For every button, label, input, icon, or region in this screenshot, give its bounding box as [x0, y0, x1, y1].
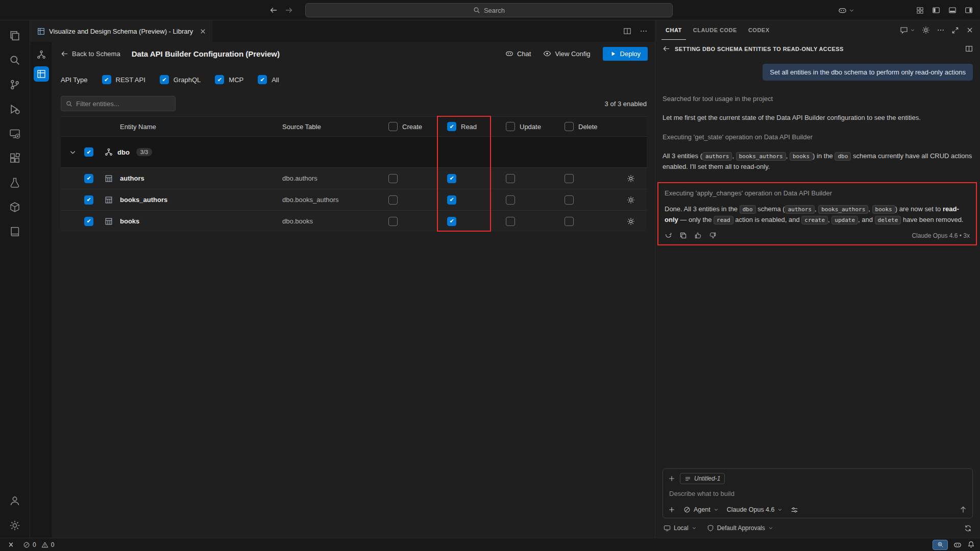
collapse-group-button[interactable] [69, 148, 84, 156]
schema-diagram-view-button[interactable] [34, 47, 49, 62]
activitybar-item-testing[interactable] [3, 170, 27, 195]
split-editor-button[interactable] [623, 27, 631, 35]
activitybar-item-source-control[interactable] [3, 72, 27, 97]
environment-picker[interactable]: Local [664, 524, 697, 532]
toggle-secondary-sidebar-button[interactable] [965, 6, 973, 14]
chat-back-button[interactable] [663, 45, 670, 53]
activitybar-item-account[interactable] [3, 489, 27, 513]
notifications-button[interactable] [967, 541, 975, 548]
authors-select-checkbox[interactable] [84, 174, 93, 183]
chat-input-placeholder[interactable]: Describe what to build [668, 484, 967, 506]
activitybar-item-extensions[interactable] [3, 146, 27, 170]
update-all-checkbox[interactable] [506, 122, 515, 131]
model-picker[interactable]: Claude Opus 4.6 [727, 506, 783, 513]
schema-group-row-dbo[interactable]: dbo 3/3 [61, 137, 647, 167]
books-authors-select-checkbox[interactable] [84, 195, 93, 205]
chat-more-actions-button[interactable] [937, 26, 945, 34]
books-select-checkbox[interactable] [84, 217, 93, 226]
editor-tab-schema-designer[interactable]: Visualize and Design Schema (Preview) - … [30, 20, 212, 42]
add-context-button[interactable] [668, 475, 675, 482]
copilot-status-button[interactable] [953, 541, 962, 549]
customize-layout-button[interactable] [916, 7, 924, 14]
copy-message-button[interactable] [679, 232, 687, 239]
approvals-picker[interactable]: Default Approvals [707, 524, 773, 532]
books-authors-create-checkbox[interactable] [388, 195, 398, 205]
toggle-panel-button[interactable] [948, 6, 957, 14]
command-center-search[interactable]: Search [305, 3, 673, 17]
read-all-checkbox[interactable] [447, 122, 456, 131]
session-sync-button[interactable] [964, 524, 972, 532]
deploy-button[interactable]: Deploy [603, 47, 648, 61]
rest-api-checkbox[interactable] [102, 75, 111, 84]
api-option-graphql[interactable]: GraphQL [160, 75, 201, 84]
mcp-checkbox[interactable] [215, 75, 224, 84]
thumbs-down-button[interactable] [709, 232, 717, 239]
activitybar-item-notebooks[interactable] [3, 219, 27, 244]
books-create-checkbox[interactable] [388, 217, 398, 226]
open-session-in-editor-button[interactable] [965, 45, 973, 53]
history-forward-button[interactable] [285, 6, 293, 14]
tab-chat[interactable]: CHAT [662, 20, 686, 40]
chat-maximize-button[interactable] [951, 27, 959, 34]
copilot-titlebar-button[interactable] [838, 0, 854, 20]
books-delete-checkbox[interactable] [565, 217, 574, 226]
books-authors-update-checkbox[interactable] [506, 195, 515, 205]
graphql-checkbox[interactable] [160, 75, 169, 84]
thumbs-up-button[interactable] [694, 232, 702, 239]
filter-entities-input[interactable] [76, 100, 170, 108]
activitybar-item-search[interactable] [3, 48, 27, 72]
authors-delete-checkbox[interactable] [565, 174, 574, 183]
history-back-button[interactable] [270, 6, 278, 14]
authors-read-checkbox[interactable] [447, 174, 456, 183]
tab-claude-code[interactable]: CLAUDE CODE [689, 20, 741, 40]
gear-icon [922, 26, 930, 34]
toggle-sidebar-button[interactable] [932, 6, 940, 14]
send-button[interactable] [959, 506, 967, 514]
tools-config-button[interactable] [791, 506, 798, 514]
all-checkbox[interactable] [258, 75, 267, 84]
api-option-mcp[interactable]: MCP [215, 75, 243, 84]
new-chat-dropdown-button[interactable] [900, 26, 908, 34]
activitybar-item-database-projects[interactable] [3, 195, 27, 219]
create-all-checkbox[interactable] [388, 122, 398, 131]
context-chip-untitled[interactable]: Untitled-1 [680, 473, 725, 484]
chat-input-box[interactable]: Untitled-1 Describe what to build Agent … [663, 468, 973, 518]
chat-close-button[interactable] [966, 26, 974, 34]
books-authors-read-checkbox[interactable] [447, 195, 456, 205]
delete-all-checkbox[interactable] [565, 122, 574, 131]
activitybar-item-remote-explorer[interactable] [3, 121, 27, 146]
tab-close-button[interactable] [199, 28, 207, 35]
entity-row-books-authors[interactable]: books_authors dbo.books_authors [61, 189, 647, 210]
activitybar-item-run-debug[interactable] [3, 97, 27, 121]
editor-more-actions-button[interactable] [640, 27, 648, 35]
dab-config-view-button[interactable] [34, 66, 49, 82]
chat-button[interactable]: Chat [505, 49, 531, 58]
activitybar-item-files[interactable] [3, 23, 27, 48]
authors-settings-button[interactable] [623, 174, 639, 183]
books-authors-delete-checkbox[interactable] [565, 195, 574, 205]
mode-picker[interactable]: Agent [683, 506, 719, 513]
chat-input-area: Untitled-1 Describe what to build Agent … [655, 468, 980, 518]
authors-create-checkbox[interactable] [388, 174, 398, 183]
chat-settings-button[interactable] [922, 26, 930, 34]
attach-button[interactable] [668, 506, 675, 513]
dbo-select-checkbox[interactable] [84, 147, 93, 157]
books-update-checkbox[interactable] [506, 217, 515, 226]
back-to-schema-button[interactable]: Back to Schema [61, 50, 120, 58]
books-settings-button[interactable] [623, 217, 639, 226]
books-read-checkbox[interactable] [447, 217, 456, 226]
books-authors-settings-button[interactable] [623, 196, 639, 204]
view-config-button[interactable]: View Config [543, 49, 590, 58]
problems-status[interactable]: 0 0 [23, 541, 54, 548]
entity-row-books[interactable]: books dbo.books [61, 210, 647, 232]
activitybar-item-settings[interactable] [3, 513, 27, 538]
searched-status-line[interactable]: Searched for tool usage in the project [663, 95, 973, 103]
tab-codex[interactable]: CODEX [744, 20, 774, 40]
remote-indicator[interactable] [7, 541, 15, 548]
retry-button[interactable] [665, 232, 672, 239]
authors-update-checkbox[interactable] [506, 174, 515, 183]
api-option-all[interactable]: All [258, 75, 279, 84]
api-option-rest[interactable]: REST API [102, 75, 145, 84]
entity-row-authors[interactable]: authors dbo.authors [61, 167, 647, 189]
zoom-control[interactable] [933, 540, 948, 550]
